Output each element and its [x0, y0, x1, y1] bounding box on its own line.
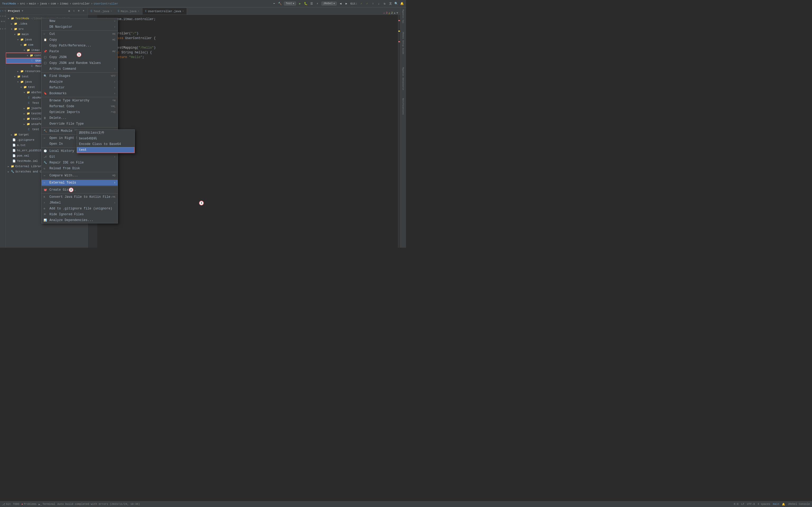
git-check2-icon[interactable]: ✓ — [365, 2, 369, 6]
run-config-button[interactable]: Test ▼ — [284, 2, 296, 6]
tab-main-icon: C — [118, 10, 119, 13]
git-check-icon[interactable]: ✓ — [359, 2, 363, 6]
toolbar-icon-build[interactable]: 🔨 — [278, 2, 282, 6]
sidebar-icon-structure[interactable]: Str — [1, 14, 5, 18]
submenu-test-label: test — [79, 148, 87, 152]
tab-bar: C Test.java × C Main.java × C UserContro… — [88, 7, 400, 15]
panel-icon-settings[interactable]: ⚙ — [67, 9, 71, 13]
callout-badge-2: 2 — [69, 187, 73, 192]
submenu-goto-class-label: 跳转到class文件 — [79, 130, 104, 135]
warn-count-icon: △ — [389, 11, 390, 14]
panel-icon-gear[interactable]: ≡ — [77, 9, 81, 13]
callout-badge-1: 1 — [77, 52, 82, 57]
right-sidebar-icons: Mypatis Sql JRebel Setup Guide Mypatis d… — [400, 7, 406, 248]
panel-title-label: Project — [8, 9, 20, 13]
git-icon4[interactable]: ↓ — [377, 2, 380, 6]
search-icon[interactable]: 🔍 — [394, 2, 398, 6]
tab-main-label: Main.java — [121, 10, 136, 13]
menu-item-new[interactable]: New › — [42, 18, 118, 24]
menu-item-db-navigator[interactable]: DB Navigator › — [42, 24, 118, 30]
chevron-down-icon-jrebel: ▼ — [334, 2, 335, 5]
menu-item-reload-from-disk[interactable]: ↻ Reload from Disk — [42, 166, 118, 171]
submenu-base64-label: bese64转码 — [79, 136, 97, 141]
menu-item-reformat-code[interactable]: Reformat Code ⌥⌘L — [42, 104, 118, 109]
menu-item-find-usages[interactable]: 🔍 Find Usages ⌥F7 — [42, 73, 118, 79]
right-icon-myatis-sql[interactable]: Mypatis Sql — [402, 8, 405, 24]
menu-item-arthas[interactable]: Arthas Command › — [42, 66, 118, 72]
menu-item-override-file-type[interactable]: Override File Type — [42, 121, 118, 127]
editor-scroll-down[interactable]: ▼ — [397, 12, 398, 14]
error-count-icon: ⚠ — [383, 11, 385, 14]
menu-item-jrebel[interactable]: ⚡ JRebel › — [42, 200, 118, 206]
submenu-goto-class[interactable]: 跳转到class文件 — [77, 130, 135, 135]
right-icon-notifications[interactable]: Notifications — [402, 97, 405, 116]
tab-uc-icon: C — [145, 10, 147, 13]
tab-uc-label: UserController.java — [148, 10, 181, 13]
panel-dropdown-icon[interactable]: ▼ — [22, 10, 23, 12]
jrebel-button[interactable]: JRebel ▼ — [321, 2, 337, 6]
warn-count: 2 — [391, 12, 393, 14]
translate-icon[interactable]: 文 — [389, 2, 392, 6]
menu-separator-3 — [42, 97, 118, 97]
tab-uc-close[interactable]: × — [183, 10, 184, 13]
submenu-encode-label: Encode Class to Base64 — [79, 142, 121, 146]
sidebar-icon-db-browser[interactable]: DB — [1, 19, 5, 24]
tab-test[interactable]: C Test.java × — [88, 8, 115, 14]
menu-separator-8 — [42, 179, 118, 179]
menu-item-browse-type-hierarchy[interactable]: Browse Type Hierarchy ^H — [42, 98, 118, 104]
menu-item-copy-json-random[interactable]: {} Copy JSON and Random Values — [42, 60, 118, 66]
menu-item-delete[interactable]: 🗑 Delete... — [42, 115, 118, 121]
menu-item-hide-ignored[interactable]: 👁 Hide Ignored Files — [42, 212, 118, 217]
git-icon3[interactable]: ↑ — [371, 2, 375, 6]
tab-main-close[interactable]: × — [138, 10, 139, 13]
menu-item-copy-path[interactable]: Copy Path/Reference... — [42, 43, 118, 49]
right-icon-jrebel[interactable]: JRebel Setup Guide — [402, 31, 405, 55]
menu-item-compare-with[interactable]: ⇔ Compare With... ⌘D — [42, 173, 118, 178]
git-icon5[interactable]: ↻ — [383, 2, 387, 6]
toolbar-icon-back[interactable]: ◀ — [339, 2, 343, 6]
external-tools-submenu: 跳转到class文件 bese64转码 Encode Class to Base… — [77, 129, 135, 153]
menu-item-external-tools[interactable]: ⚙ External Tools › — [42, 180, 118, 186]
right-icon-mypatis-datasource[interactable]: Mypatis datasource — [402, 66, 405, 91]
error-count: 3 — [386, 12, 388, 14]
menu-separator-2 — [42, 72, 118, 73]
menu-item-bookmarks[interactable]: 🔖 Bookmarks › — [42, 91, 118, 96]
tab-test-close[interactable]: × — [110, 10, 112, 13]
run-icon[interactable]: ▶ — [298, 2, 302, 6]
menu-item-add-gitignore[interactable]: ⊕ Add to .gitignore file (unignore) — [42, 206, 118, 212]
debug-icon[interactable]: 🐛 — [304, 2, 308, 6]
toolbar-icon-profile[interactable]: ⚡ — [316, 2, 319, 6]
project-label[interactable]: TestMode — [2, 2, 16, 5]
error-mark-1 — [398, 20, 400, 21]
menu-separator-10 — [42, 193, 118, 193]
tab-usercontroller[interactable]: C UserController.java × — [142, 8, 187, 14]
notification-icon[interactable]: 🔔 — [400, 2, 404, 6]
left-sidebar-icons: Pro Str DB Com — [0, 7, 6, 248]
menu-item-convert-kotlin[interactable]: K Convert Java File to Kotlin File ⇧⌘K — [42, 194, 118, 200]
title-bar: TestMode › src › main › java › com › itm… — [0, 0, 406, 7]
menu-item-refactor[interactable]: Refactor › — [42, 85, 118, 91]
warn-mark-1 — [398, 31, 400, 32]
project-panel-header: Project ▼ ⚙ ↕ ≡ × — [6, 7, 88, 15]
menu-item-cut[interactable]: ✂ Cut ⌘X — [42, 31, 118, 37]
sidebar-icon-project[interactable]: Pro — [1, 8, 5, 13]
menu-item-create-gist[interactable]: 🐙 Create Gist... — [42, 187, 118, 193]
submenu-encode-base64[interactable]: Encode Class to Base64 — [77, 141, 135, 147]
menu-item-analyze[interactable]: Analyze › — [42, 79, 118, 85]
toolbar-icon-navigate[interactable]: ⬅ — [272, 2, 276, 6]
tab-main[interactable]: C Main.java × — [115, 8, 142, 14]
submenu-base64[interactable]: bese64转码 — [77, 135, 135, 141]
submenu-test[interactable]: test — [77, 147, 135, 153]
panel-icon-collapse[interactable]: ↕ — [72, 9, 76, 13]
menu-item-optimize-imports[interactable]: Optimize Imports ^⌥O — [42, 109, 118, 115]
menu-item-analyze-deps[interactable]: 📊 Analyze Dependencies... — [42, 217, 118, 223]
menu-item-repair-ide[interactable]: 🔧 Repair IDE on File — [42, 160, 118, 166]
menu-item-copy[interactable]: 📋 Copy ⌘C — [42, 37, 118, 43]
menu-item-git[interactable]: ⎇ Git › — [42, 154, 118, 160]
toolbar-icon-coverage[interactable]: ☰ — [310, 2, 313, 6]
toolbar-icon-forward[interactable]: ▶ — [345, 2, 348, 6]
editor-scroll-up[interactable]: ▲ — [394, 12, 395, 14]
panel-icon-close[interactable]: × — [82, 9, 85, 13]
sidebar-icon-commit[interactable]: Com — [1, 26, 5, 31]
code-area[interactable]: package com.itmac.controller; @RestContr… — [97, 15, 398, 248]
